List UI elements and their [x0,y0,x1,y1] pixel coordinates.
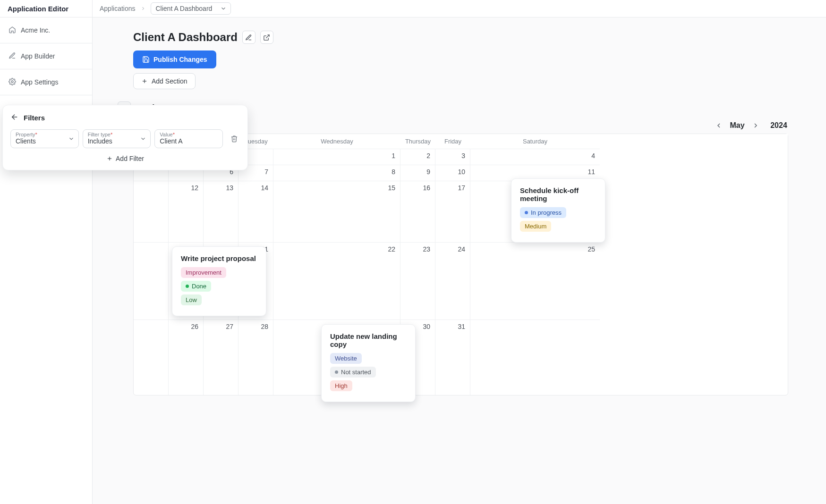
calendar-day[interactable]: 25 [470,242,600,319]
edit-title-button[interactable] [242,31,255,44]
month-prev-button[interactable] [714,120,724,131]
field-label: Property* [16,132,65,137]
delete-filter-button[interactable] [229,133,240,144]
arrow-left-icon [10,113,19,121]
calendar-row: 26 27 28 29 30 31 [134,319,788,395]
calendar-day[interactable]: 16 [400,181,435,242]
status-badge: Not started [330,367,376,378]
calendar-row: 12 13 14 15 16 17 18 [134,181,788,242]
sidebar-item-label: App Settings [21,78,58,86]
event-title: Write project proposal [181,254,257,262]
category-badge: Improvement [181,267,226,278]
weekday-label: Thursday [400,134,435,149]
status-dot-icon [335,370,338,374]
calendar-day[interactable]: 10 [435,165,470,181]
calendar-day[interactable]: 13 [204,181,238,242]
plus-icon [141,78,148,84]
calendar-day[interactable]: 12 [169,181,204,242]
sidebar-item-workspace[interactable]: Acme Inc. [0,17,92,43]
page-title: Client A Dashboard [133,31,238,44]
add-filter-label: Add Filter [116,155,144,162]
chevron-right-icon [752,122,759,129]
calendar-day[interactable]: 9 [400,165,435,181]
calendar-day[interactable] [470,319,600,395]
status-badge: Done [181,281,211,292]
event-title: Update new landing copy [330,332,407,348]
add-section-button[interactable]: Add Section [133,73,196,89]
chevron-down-icon [140,135,146,142]
save-icon [142,56,150,63]
filter-property-select[interactable]: Property* Clients [10,129,79,148]
event-card-schedule-kickoff[interactable]: Schedule kick-off meeting In progress Me… [511,178,605,243]
weekday-label: Friday [435,134,470,149]
month-next-button[interactable] [750,120,761,131]
open-external-button[interactable] [260,31,273,44]
pencil-icon [9,52,16,61]
calendar-day[interactable]: 2 [400,149,435,165]
breadcrumb-root[interactable]: Applications [100,5,136,12]
add-section-label: Add Section [152,77,187,85]
event-title: Schedule kick-off meeting [520,186,596,202]
calendar-day[interactable]: 27 [204,319,238,395]
calendar-day[interactable]: 31 [435,319,470,395]
filter-type-select[interactable]: Filter type* Includes [83,129,151,148]
calendar-day[interactable]: 15 [273,181,400,242]
status-dot-icon [186,285,189,288]
weekday-label: Saturday [470,134,600,149]
priority-badge: Medium [520,221,551,232]
calendar-day[interactable]: 3 [435,149,470,165]
filters-title: Filters [24,114,45,122]
filter-value-input[interactable]: Value* [154,129,223,148]
calendar-day[interactable]: 28 [238,319,273,395]
pencil-icon [245,34,252,41]
sidebar-item-label: Acme Inc. [21,26,50,34]
field-label: Value* [160,132,209,137]
calendar-day[interactable]: 26 [169,319,204,395]
calendar-day[interactable]: 22 [273,242,400,319]
calendar-day[interactable]: 8 [273,165,400,181]
svg-point-0 [11,81,13,83]
calendar-day[interactable]: 23 [400,242,435,319]
calendar-day[interactable]: 24 [435,242,470,319]
trash-icon [230,135,238,143]
calendar-day[interactable]: 4 [470,149,600,165]
calendar-day[interactable]: 17 [435,181,470,242]
svg-line-1 [266,34,270,38]
calendar-day[interactable] [134,319,169,395]
sidebar-item-label: App Builder [21,52,55,60]
calendar-day[interactable] [134,242,169,319]
filters-popover: Filters Property* Clients Filter type* I… [2,105,248,170]
plus-icon [106,155,113,162]
external-link-icon [263,34,270,41]
calendar-day[interactable] [134,181,169,242]
sidebar-item-app-settings[interactable]: App Settings [0,69,92,95]
publish-changes-button[interactable]: Publish Changes [133,50,216,68]
breadcrumb-select-value: Client A Dashboard [156,5,213,12]
add-filter-button[interactable]: Add Filter [10,155,240,162]
back-button[interactable] [10,113,19,123]
field-label: Filter type* [88,132,137,137]
status-badge: In progress [520,207,566,218]
event-card-project-proposal[interactable]: Write project proposal Improvement Done … [172,246,266,316]
filter-value-field[interactable] [160,137,209,145]
weekday-label: Wednesday [273,134,400,149]
chevron-right-icon [140,6,146,11]
priority-badge: Low [181,294,202,305]
chevron-down-icon [68,135,75,142]
home-icon [9,26,16,35]
breadcrumb-select[interactable]: Client A Dashboard [151,2,231,15]
publish-changes-label: Publish Changes [153,56,207,63]
event-card-landing-copy[interactable]: Update new landing copy Website Not star… [321,324,416,402]
chevron-down-icon [220,5,227,12]
calendar-day[interactable]: 14 [238,181,273,242]
sidebar-item-app-builder[interactable]: App Builder [0,43,92,69]
sidebar: Application Editor Acme Inc. App Builder… [0,0,93,504]
field-value: Clients [16,137,36,145]
priority-badge: High [330,380,352,391]
app-title: Application Editor [0,0,92,17]
category-badge: Website [330,353,362,364]
chevron-left-icon [715,122,723,129]
calendar-month: May [728,121,747,130]
breadcrumb: Applications Client A Dashboard [93,0,826,17]
calendar-day[interactable]: 1 [273,149,400,165]
